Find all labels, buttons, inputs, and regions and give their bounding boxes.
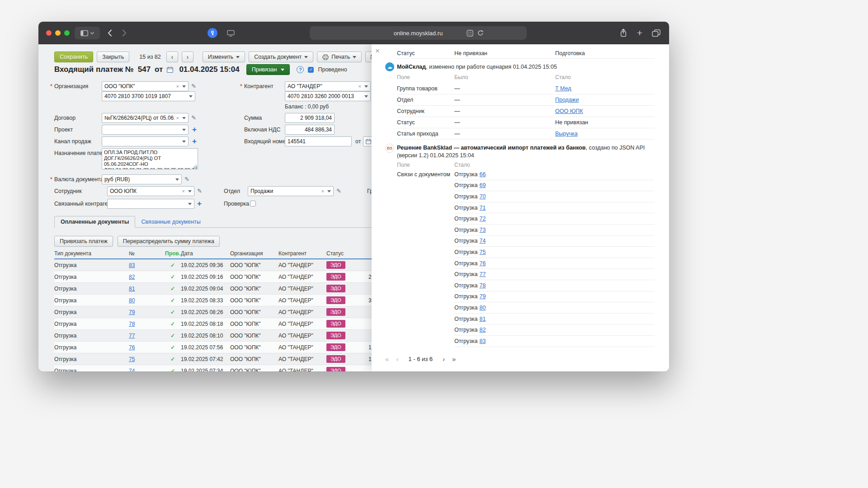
vat-field[interactable]: 484 886,34 <box>285 125 335 135</box>
document-link[interactable]: 82 <box>129 274 135 280</box>
add-project-icon[interactable]: + <box>192 125 197 135</box>
clear-icon[interactable]: × <box>321 188 324 194</box>
dropdown-icon[interactable] <box>188 190 192 192</box>
shipment-link[interactable]: 73 <box>480 227 486 233</box>
change-became[interactable]: Продажи <box>555 97 655 103</box>
sidebar-toggle-button[interactable] <box>75 27 100 39</box>
dropdown-icon[interactable] <box>188 203 192 205</box>
incoming-number-field[interactable]: 145541 <box>285 136 352 146</box>
bind-payment-button[interactable]: Привязать платеж <box>54 236 113 247</box>
table-row[interactable]: Отгрузка81✓19.02.2025 09:04ООО "ЮПК"АО "… <box>54 283 407 295</box>
document-link[interactable]: 81 <box>129 286 135 292</box>
zoom-window-button[interactable] <box>64 30 70 36</box>
share-icon[interactable] <box>618 28 628 38</box>
sales-channel-field[interactable] <box>102 136 189 146</box>
change-became[interactable]: Выручка <box>555 131 655 137</box>
close-icon[interactable]: × <box>375 47 380 55</box>
close-window-button[interactable] <box>46 30 52 36</box>
document-link[interactable]: 79 <box>129 309 135 315</box>
purpose-textarea[interactable]: ОПЛ.ЗА ПРОД.ПИТ.ПО ДОГ.ГК/26626/24(РЦ) О… <box>102 148 198 169</box>
table-row[interactable]: Отгрузка82✓19.02.2025 09:16ООО "ЮПК"АО "… <box>54 271 407 283</box>
contract-field[interactable]: №ГК/26626/24(РЦ) от 05.06.2024 × <box>102 113 189 123</box>
document-link[interactable]: 83 <box>129 262 135 268</box>
clear-icon[interactable]: × <box>182 188 185 194</box>
document-link[interactable]: 78 <box>129 321 135 327</box>
conducted-checkbox[interactable]: ✓ <box>308 67 314 73</box>
shipment-link[interactable]: 74 <box>480 238 486 244</box>
check-checkbox[interactable] <box>250 201 256 206</box>
change-became[interactable]: ООО ЮПК <box>555 108 655 114</box>
document-link[interactable]: 76 <box>129 344 135 351</box>
tab-paid-documents[interactable]: Оплаченные документы <box>54 216 135 228</box>
minimize-window-button[interactable] <box>55 30 61 36</box>
prev-document-button[interactable]: ‹ <box>166 52 178 62</box>
shipment-link[interactable]: 81 <box>480 316 486 322</box>
shipment-link[interactable]: 79 <box>480 293 486 300</box>
table-row[interactable]: Отгрузка76✓19.02.2025 07:56ООО "ЮПК"АО "… <box>54 342 407 353</box>
add-sales-channel-icon[interactable]: + <box>192 136 197 146</box>
shipment-link[interactable]: 83 <box>480 338 486 344</box>
new-tab-icon[interactable]: + <box>635 28 645 38</box>
clear-icon[interactable]: × <box>359 84 361 89</box>
shipment-link[interactable]: 80 <box>480 305 486 311</box>
edit-pencil-icon[interactable]: ✎ <box>197 186 202 196</box>
department-field[interactable]: Продажи × <box>248 186 334 196</box>
organization-account-field[interactable]: 4070 2810 3700 1019 1807 <box>102 91 195 101</box>
clear-icon[interactable]: × <box>176 115 179 121</box>
save-button[interactable]: Сохранить <box>54 52 93 62</box>
sum-field[interactable]: 2 909 318,04 <box>285 113 335 123</box>
forward-button[interactable] <box>119 28 130 38</box>
change-became[interactable]: Т Мед <box>555 85 655 92</box>
first-page-icon[interactable]: « <box>385 355 389 363</box>
dropdown-icon[interactable] <box>175 178 179 181</box>
document-link[interactable]: 74 <box>129 368 135 372</box>
close-document-button[interactable]: Закрыть <box>97 52 129 62</box>
table-row[interactable]: Отгрузка78✓19.02.2025 08:18ООО "ЮПК"АО "… <box>54 318 407 330</box>
calendar-icon[interactable] <box>167 66 173 73</box>
counterparty-field[interactable]: АО "ТАНДЕР" × <box>285 81 371 91</box>
password-manager-extension-icon[interactable] <box>208 28 217 38</box>
shipment-link[interactable]: 71 <box>480 205 486 211</box>
table-row[interactable]: Отгрузка80✓19.02.2025 08:33ООО "ЮПК"АО "… <box>54 295 407 306</box>
project-field[interactable] <box>102 125 189 135</box>
edit-pencil-icon[interactable]: ✎ <box>191 81 196 91</box>
shipment-link[interactable]: 70 <box>480 193 486 200</box>
table-row[interactable]: Отгрузка75✓19.02.2025 07:42ООО "ЮПК"АО "… <box>54 353 407 365</box>
next-page-icon[interactable]: › <box>443 355 445 363</box>
edit-menu-button[interactable]: Изменить <box>203 52 245 62</box>
counterparty-account-field[interactable]: 4070 2810 3260 2000 0013 <box>285 91 371 101</box>
shipment-link[interactable]: 69 <box>480 182 486 188</box>
dropdown-icon[interactable] <box>182 141 186 143</box>
shipment-link[interactable]: 82 <box>480 327 486 333</box>
organization-field[interactable]: ООО "ЮПК" × <box>102 81 189 91</box>
currency-field[interactable]: руб (RUB) <box>102 174 182 184</box>
edit-pencil-icon[interactable]: ✎ <box>336 186 341 196</box>
tab-linked-documents[interactable]: Связанные документы <box>135 216 206 227</box>
dropdown-icon[interactable] <box>364 85 368 88</box>
shipment-link[interactable]: 66 <box>480 171 486 178</box>
dropdown-icon[interactable] <box>189 95 193 98</box>
table-row[interactable]: Отгрузка79✓19.02.2025 08:26ООО "ЮПК"АО "… <box>54 306 407 318</box>
redistribute-sum-button[interactable]: Перераспределить сумму платежа <box>118 236 220 247</box>
back-button[interactable] <box>104 28 115 38</box>
status-dropdown-button[interactable]: Привязан <box>246 64 290 75</box>
shipment-link[interactable]: 75 <box>480 249 486 255</box>
prev-page-icon[interactable]: ‹ <box>396 355 398 363</box>
dropdown-icon[interactable] <box>327 190 331 192</box>
table-row[interactable]: Отгрузка77✓19.02.2025 08:10ООО "ЮПК"АО "… <box>54 330 407 342</box>
extension-grid-icon[interactable] <box>466 29 473 37</box>
reload-icon[interactable] <box>477 29 484 37</box>
help-icon[interactable]: ? <box>297 66 304 73</box>
clear-icon[interactable]: × <box>176 84 179 89</box>
shipment-link[interactable]: 72 <box>480 216 486 222</box>
create-document-menu-button[interactable]: Создать документ <box>249 52 313 62</box>
print-menu-button[interactable]: Печать <box>317 52 362 62</box>
dropdown-icon[interactable] <box>364 95 368 98</box>
next-document-button[interactable]: › <box>182 52 193 62</box>
edit-pencil-icon[interactable]: ✎ <box>191 113 196 123</box>
document-link[interactable]: 80 <box>129 297 135 304</box>
screen-extension-icon[interactable] <box>226 28 236 38</box>
document-link[interactable]: 75 <box>129 356 135 362</box>
address-bar[interactable]: online.moysklad.ru <box>310 26 527 40</box>
dropdown-icon[interactable] <box>182 85 186 88</box>
